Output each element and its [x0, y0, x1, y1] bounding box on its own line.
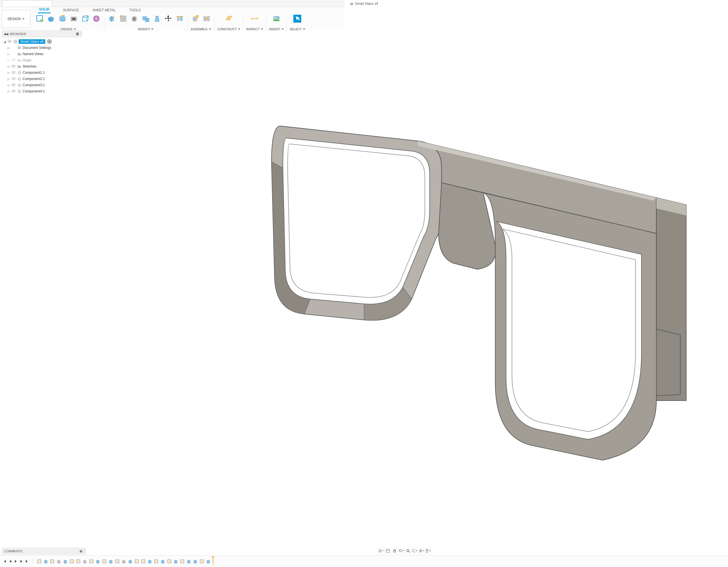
tab-sheet-metal[interactable]: SHEET METAL	[91, 8, 117, 13]
folder-icon	[17, 52, 21, 56]
browser-panel: ◀◀BROWSER ◢ Smart Glass v4 ▷Document Set…	[2, 31, 81, 96]
group-insert: INSERT	[266, 14, 287, 31]
tab-tools[interactable]: TOOLS	[128, 8, 142, 13]
group-select: SELECT	[287, 14, 308, 31]
comp-icon	[17, 83, 21, 87]
eye-icon[interactable]	[11, 90, 16, 93]
svg-point-39	[13, 78, 14, 79]
eye-icon[interactable]	[11, 77, 16, 81]
tree-item[interactable]: ▷Component4:1	[2, 88, 81, 94]
eye-icon[interactable]	[11, 65, 16, 68]
eye-icon[interactable]	[7, 40, 12, 43]
tab-solid[interactable]: SOLID	[38, 7, 51, 13]
folder-icon	[17, 58, 21, 62]
svg-rect-20	[177, 16, 179, 21]
component-icon	[13, 40, 18, 44]
ribbon-tools: CREATE MODIFY	[32, 13, 345, 31]
svg-point-14	[72, 18, 75, 20]
ribbon: DESIGN SOLID SURFACE SHEET METAL TOOLS C…	[0, 7, 345, 31]
comp-icon	[17, 77, 21, 81]
tree-item-label: Document Settings	[23, 46, 51, 50]
tree-root[interactable]: ◢ Smart Glass v4	[2, 38, 81, 45]
tree-item[interactable]: ▷Component2:1	[2, 76, 81, 82]
tree-item-label: Component1:1	[23, 71, 45, 75]
tree-item-label: Component2:1	[23, 77, 45, 81]
group-assemble: ASSEMBLE	[188, 14, 215, 31]
group-inspect: INSPECT	[243, 14, 266, 31]
folder-icon	[17, 64, 21, 68]
group-create: CREATE	[32, 14, 104, 31]
tree-item-label: Component4:1	[23, 89, 45, 93]
eye-icon[interactable]	[11, 59, 16, 62]
svg-point-25	[206, 18, 207, 20]
tree-item[interactable]: ▷Component3:1	[2, 82, 81, 88]
svg-point-30	[9, 41, 10, 42]
svg-point-27	[274, 17, 276, 19]
tree-item[interactable]: ▷Component1:1	[2, 70, 81, 76]
measure-icon[interactable]	[250, 14, 259, 23]
combine-icon[interactable]	[141, 14, 151, 23]
tree-item[interactable]: ▷Document Settings	[2, 45, 81, 51]
tree-item-label: Sketches	[23, 64, 36, 68]
eye-icon[interactable]	[11, 83, 16, 87]
box-icon[interactable]	[80, 14, 90, 23]
extrude-icon[interactable]	[46, 14, 56, 23]
workspace-switcher[interactable]: DESIGN	[2, 10, 31, 28]
quick-access-toolbar: ▾ ▾ ▾	[0, 0, 345, 7]
shell-icon[interactable]	[130, 14, 139, 23]
group-construct: CONSTRUCT	[215, 14, 243, 31]
revolve-icon[interactable]	[58, 14, 67, 23]
collapse-dot-icon[interactable]	[76, 33, 79, 35]
browser-header[interactable]: ◀◀BROWSER	[2, 31, 81, 37]
gear-icon	[17, 46, 21, 50]
svg-rect-21	[180, 16, 183, 21]
svg-point-16	[83, 16, 84, 17]
press-pull-icon[interactable]	[107, 14, 117, 23]
tree-item-label: Origin	[23, 58, 32, 62]
tab-surface[interactable]: SURFACE	[62, 8, 80, 13]
insert-icon[interactable]	[272, 14, 281, 23]
hole-icon[interactable]	[69, 14, 79, 23]
tree-item[interactable]: ▷Origin	[2, 57, 81, 63]
panel-resize-handle[interactable]	[80, 31, 82, 36]
comp-icon	[17, 89, 21, 93]
svg-point-37	[13, 72, 14, 73]
document-tab-bg	[2, 0, 52, 7]
activate-radio-icon[interactable]	[47, 39, 52, 44]
svg-point-31	[18, 47, 20, 49]
tree-item-label: Named Views	[23, 52, 44, 56]
ribbon-tabs: SOLID SURFACE SHEET METAL TOOLS	[32, 7, 345, 13]
select-icon[interactable]	[293, 14, 302, 23]
svg-rect-19	[145, 18, 149, 22]
svg-rect-15	[83, 17, 87, 21]
browser-tree: ◢ Smart Glass v4 ▷Document Settings▷Name…	[2, 37, 81, 96]
align-icon[interactable]	[175, 14, 185, 23]
svg-point-35	[13, 66, 14, 67]
new-component-icon[interactable]	[190, 14, 200, 23]
svg-point-41	[13, 84, 14, 85]
plane-icon[interactable]	[224, 14, 234, 23]
draft-icon[interactable]	[152, 14, 162, 23]
comp-icon	[17, 71, 21, 75]
sketch-icon[interactable]	[35, 14, 45, 23]
form-icon[interactable]	[92, 14, 101, 23]
tree-item[interactable]: ▷Sketches	[2, 63, 81, 70]
group-modify: MODIFY	[104, 14, 188, 31]
eye-icon[interactable]	[11, 71, 16, 74]
joint-icon[interactable]	[202, 14, 211, 23]
tree-item-label: Component3:1	[23, 83, 45, 87]
svg-point-33	[13, 59, 14, 60]
fillet-icon[interactable]	[118, 14, 128, 23]
move-icon[interactable]	[164, 14, 173, 23]
svg-point-43	[13, 90, 14, 92]
tree-item[interactable]: ▷Named Views	[2, 51, 81, 57]
